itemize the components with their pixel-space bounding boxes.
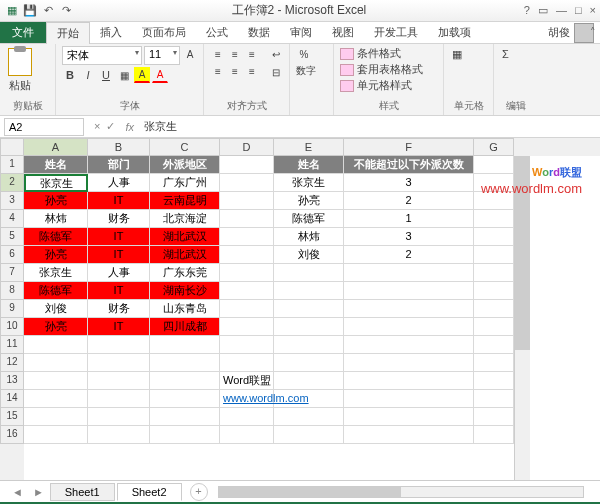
font-name-select[interactable]: 宋体	[62, 46, 142, 65]
name-box[interactable]: A2	[4, 118, 84, 136]
cell[interactable]: 刘俊	[274, 246, 344, 264]
cell[interactable]	[150, 408, 220, 426]
fill-color-icon[interactable]: A	[134, 67, 150, 83]
tab-insert[interactable]: 插入	[90, 22, 132, 43]
cell[interactable]: 张京生	[274, 174, 344, 192]
cell[interactable]	[474, 156, 514, 174]
cell[interactable]: 张京生	[24, 264, 88, 282]
cell[interactable]	[474, 336, 514, 354]
cell[interactable]	[474, 354, 514, 372]
cell[interactable]: 林炜	[274, 228, 344, 246]
align-mid-icon[interactable]: ≡	[227, 46, 243, 62]
cell[interactable]	[274, 426, 344, 444]
align-bot-icon[interactable]: ≡	[244, 46, 260, 62]
align-left-icon[interactable]: ≡	[210, 63, 226, 79]
row-header[interactable]: 10	[0, 318, 24, 336]
help-icon[interactable]: ?	[524, 4, 530, 17]
align-top-icon[interactable]: ≡	[210, 46, 226, 62]
cell[interactable]: IT	[88, 192, 150, 210]
bold-icon[interactable]: B	[62, 67, 78, 83]
cell[interactable]: 张京生	[24, 174, 88, 192]
cell[interactable]: 湖北武汉	[150, 228, 220, 246]
cell[interactable]	[344, 426, 474, 444]
cell[interactable]: 刘俊	[24, 300, 88, 318]
row-header[interactable]: 2	[0, 174, 24, 192]
border-icon[interactable]: ▦	[116, 67, 132, 83]
file-tab[interactable]: 文件	[0, 22, 46, 43]
vertical-scrollbar[interactable]	[514, 156, 530, 480]
sheet-nav-prev-icon[interactable]: ◄	[8, 486, 27, 498]
cell[interactable]	[344, 354, 474, 372]
cell[interactable]	[220, 264, 274, 282]
cell[interactable]	[220, 174, 274, 192]
cell[interactable]	[474, 372, 514, 390]
cell[interactable]	[88, 408, 150, 426]
cell[interactable]: 山东青岛	[150, 300, 220, 318]
row-header[interactable]: 4	[0, 210, 24, 228]
cond-format-button[interactable]: 条件格式	[340, 46, 423, 61]
close-icon[interactable]: ×	[590, 4, 596, 17]
undo-icon[interactable]: ↶	[40, 3, 56, 19]
cell[interactable]: 云南昆明	[150, 192, 220, 210]
cell[interactable]: IT	[88, 228, 150, 246]
cell[interactable]: 1	[344, 210, 474, 228]
cell[interactable]	[474, 390, 514, 408]
cell[interactable]	[274, 318, 344, 336]
cell[interactable]: 孙亮	[24, 192, 88, 210]
row-header[interactable]: 15	[0, 408, 24, 426]
cell[interactable]	[88, 426, 150, 444]
cell[interactable]: IT	[88, 318, 150, 336]
cell[interactable]	[274, 300, 344, 318]
cell[interactable]: 北京海淀	[150, 210, 220, 228]
cell[interactable]	[474, 264, 514, 282]
cell[interactable]	[474, 408, 514, 426]
cell[interactable]: IT	[88, 282, 150, 300]
cell[interactable]	[220, 192, 274, 210]
cell[interactable]	[88, 336, 150, 354]
cell[interactable]	[274, 354, 344, 372]
cell[interactable]	[24, 408, 88, 426]
cell[interactable]: 部门	[88, 156, 150, 174]
cell[interactable]	[24, 354, 88, 372]
cell[interactable]: 2	[344, 192, 474, 210]
cell[interactable]	[220, 210, 274, 228]
paste-button[interactable]: 粘贴	[6, 46, 34, 95]
cancel-formula-icon[interactable]: ×	[94, 120, 100, 133]
tab-formulas[interactable]: 公式	[196, 22, 238, 43]
cell[interactable]	[24, 372, 88, 390]
cell[interactable]	[344, 336, 474, 354]
cell[interactable]	[474, 426, 514, 444]
sheet-nav-next-icon[interactable]: ►	[29, 486, 48, 498]
cell[interactable]	[150, 354, 220, 372]
cell[interactable]	[220, 354, 274, 372]
cell[interactable]	[220, 300, 274, 318]
cell[interactable]	[24, 390, 88, 408]
cell[interactable]	[220, 246, 274, 264]
cell[interactable]: 孙亮	[274, 192, 344, 210]
cell-style-button[interactable]: 单元格样式	[340, 78, 423, 93]
cell[interactable]	[274, 408, 344, 426]
cell[interactable]	[474, 210, 514, 228]
tab-dev[interactable]: 开发工具	[364, 22, 428, 43]
redo-icon[interactable]: ↷	[58, 3, 74, 19]
row-header[interactable]: 11	[0, 336, 24, 354]
underline-icon[interactable]: U	[98, 67, 114, 83]
cell[interactable]	[220, 282, 274, 300]
cell[interactable]: 3	[344, 174, 474, 192]
sheet-tab[interactable]: Sheet2	[117, 483, 182, 501]
cell[interactable]: 广东东莞	[150, 264, 220, 282]
horizontal-scrollbar[interactable]	[218, 486, 584, 498]
tab-layout[interactable]: 页面布局	[132, 22, 196, 43]
minimize-icon[interactable]: —	[556, 4, 567, 17]
cell[interactable]	[474, 246, 514, 264]
cell[interactable]: 孙亮	[24, 246, 88, 264]
cell[interactable]: IT	[88, 246, 150, 264]
row-header[interactable]: 7	[0, 264, 24, 282]
col-header[interactable]: D	[220, 138, 274, 156]
tab-review[interactable]: 审阅	[280, 22, 322, 43]
row-header[interactable]: 6	[0, 246, 24, 264]
row-header[interactable]: 14	[0, 390, 24, 408]
row-header[interactable]: 5	[0, 228, 24, 246]
cell[interactable]	[474, 174, 514, 192]
cell[interactable]	[344, 390, 474, 408]
